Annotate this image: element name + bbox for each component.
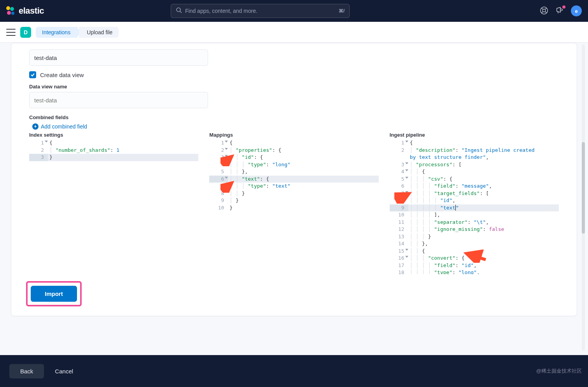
notification-dot	[562, 5, 565, 9]
help-icon[interactable]	[540, 6, 549, 16]
mappings-col: Mappings 1{2│ "properties": {3│ │ "id": …	[209, 132, 378, 274]
svg-line-7	[545, 8, 547, 10]
create-data-view-label: Create data view	[40, 72, 84, 78]
svg-line-6	[542, 12, 543, 13]
index-settings-col: Index settings 1{2│ "number_of_shards": …	[29, 132, 198, 274]
search-kbd: ⌘/	[339, 8, 345, 14]
add-combined-field-button[interactable]: + Add combined field	[32, 123, 577, 130]
add-combined-field-label: Add combined field	[41, 123, 87, 130]
breadcrumb-upload-file: Upload file	[79, 27, 119, 38]
mappings-editor[interactable]: 1{2│ "properties": {3│ │ "id": {4│ │ │ "…	[209, 139, 378, 274]
brand-text: elastic	[19, 6, 44, 16]
logo[interactable]: elastic	[6, 6, 44, 16]
breadcrumb-bar: D Integrations Upload file	[0, 22, 588, 43]
space-badge[interactable]: D	[20, 27, 31, 38]
search-icon	[176, 7, 182, 15]
svg-point-3	[542, 9, 545, 12]
data-view-name-label: Data view name	[29, 84, 577, 90]
back-button[interactable]: Back	[9, 364, 44, 378]
index-name-input[interactable]	[29, 49, 208, 66]
user-avatar[interactable]: e	[571, 5, 582, 16]
editors-row: Index settings 1{2│ "number_of_shards": …	[29, 132, 559, 274]
scrollbar-thumb[interactable]	[582, 142, 585, 234]
breadcrumb: Integrations Upload file	[36, 26, 119, 39]
pipeline-title: Ingest pipeline	[390, 132, 559, 138]
cancel-button[interactable]: Cancel	[55, 368, 73, 375]
pipeline-editor[interactable]: 1{2│ "description": "Ingest pipeline cre…	[390, 139, 559, 274]
bottom-bar: Back Cancel @稀土掘金技术社区	[0, 355, 588, 387]
header-actions: e	[540, 5, 582, 16]
svg-line-5	[545, 12, 547, 13]
top-header: elastic ⌘/ e	[0, 0, 588, 22]
pipeline-col: Ingest pipeline 1{2│ "description": "Ing…	[390, 132, 559, 274]
svg-line-1	[180, 11, 182, 13]
global-search: ⌘/	[171, 4, 350, 18]
index-settings-title: Index settings	[29, 132, 198, 138]
data-view-name-input[interactable]	[29, 92, 208, 108]
breadcrumb-integrations[interactable]: Integrations	[36, 27, 77, 38]
elastic-logo-icon	[6, 6, 16, 16]
svg-point-0	[177, 8, 180, 12]
menu-toggle-icon[interactable]	[6, 29, 16, 36]
svg-line-8	[558, 11, 558, 14]
index-settings-editor[interactable]: 1{2│ "number_of_shards": 13}	[29, 139, 198, 274]
svg-line-4	[542, 8, 543, 10]
combined-fields-label: Combined fields	[29, 114, 577, 120]
import-highlight: Import	[26, 281, 82, 306]
import-button[interactable]: Import	[31, 286, 77, 302]
watermark: @稀土掘金技术社区	[536, 368, 582, 375]
mappings-title: Mappings	[209, 132, 378, 138]
create-data-view-row: Create data view	[29, 71, 577, 78]
search-box[interactable]: ⌘/	[171, 4, 350, 18]
content: Create data view Data view name Combined…	[0, 43, 588, 355]
plus-icon: +	[32, 123, 38, 130]
create-data-view-checkbox[interactable]	[29, 71, 36, 78]
upload-panel: Create data view Data view name Combined…	[11, 43, 577, 316]
newsfeed-icon[interactable]	[555, 6, 565, 16]
search-input[interactable]	[185, 8, 336, 14]
